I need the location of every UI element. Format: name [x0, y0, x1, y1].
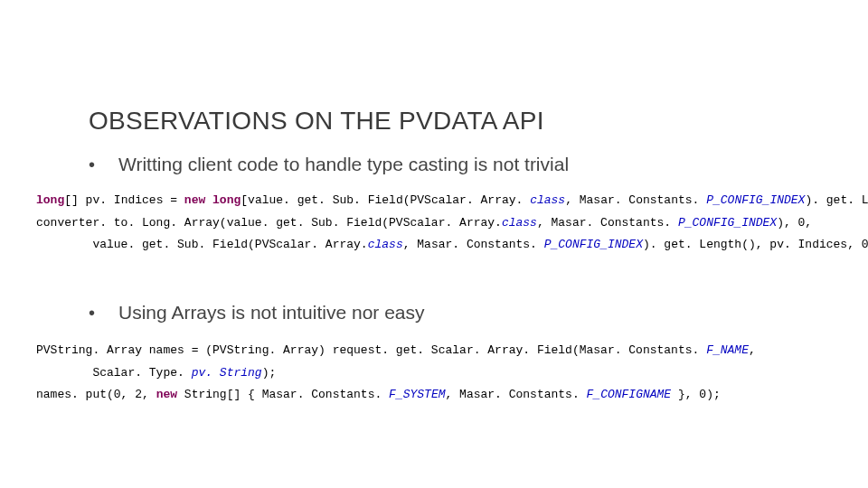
slide-title: OBSERVATIONS ON THE PVDATA API [89, 107, 544, 136]
code-token: , Masar. Constants. [537, 216, 678, 230]
code-token: [] pv. Indices = [64, 193, 184, 207]
bullet-dot-icon: • [89, 153, 95, 175]
code-token: class [530, 193, 565, 207]
code-token: , Masar. Constants. [403, 238, 544, 251]
bullet-1: • Writting client code to handle type ca… [89, 153, 569, 176]
code-token: ); [262, 366, 277, 380]
code-token: new [156, 388, 177, 401]
code-token: new [184, 193, 205, 207]
code-token: PVString. Array names = (PVString. Array… [36, 343, 706, 357]
code-token: ). get. Length()]; [805, 193, 868, 207]
code-token: converter. to. Long. Array(value. get. S… [36, 216, 502, 230]
code-token: ), 0, [777, 216, 812, 230]
code-snippet-1: long[] pv. Indices = new long[value. get… [36, 190, 868, 257]
code-token: long [36, 193, 64, 207]
slide: OBSERVATIONS ON THE PVDATA API • Writtin… [0, 0, 868, 488]
code-token: P_CONFIG_INDEX [544, 238, 643, 251]
code-token: , Masar. Constants. [446, 388, 587, 401]
code-token: , Masar. Constants. [565, 193, 706, 207]
bullet-1-text: Writting client code to handle type cast… [118, 153, 569, 176]
code-token: names. put(0, 2, [36, 388, 156, 401]
code-token: F_SYSTEM [389, 388, 445, 401]
code-token: String[] { Masar. Constants. [177, 388, 389, 401]
bullet-2-text: Using Arrays is not intuitive nor easy [118, 301, 424, 324]
code-token: P_CONFIG_INDEX [706, 193, 805, 207]
code-token: F_CONFIGNAME [587, 388, 672, 401]
code-token: }, 0); [671, 388, 721, 401]
code-token: ). get. Length(), pv. Indices, 0); [643, 238, 868, 251]
code-token: , [749, 343, 756, 357]
code-token: F_NAME [706, 343, 749, 357]
code-token: [value. get. Sub. Field(PVScalar. Array. [241, 193, 530, 207]
code-token: P_CONFIG_INDEX [678, 216, 777, 230]
code-token: class [502, 216, 537, 230]
code-token [205, 193, 212, 207]
code-snippet-2: PVString. Array names = (PVString. Array… [36, 340, 756, 407]
bullet-2: • Using Arrays is not intuitive nor easy [89, 301, 425, 324]
code-token: long [212, 193, 241, 207]
code-token: pv. String [192, 366, 262, 380]
code-token: Scalar. Type. [36, 366, 192, 380]
code-token: value. get. Sub. Field(PVScalar. Array. [36, 238, 368, 251]
code-token: class [368, 238, 403, 251]
bullet-dot-icon: • [89, 301, 95, 324]
